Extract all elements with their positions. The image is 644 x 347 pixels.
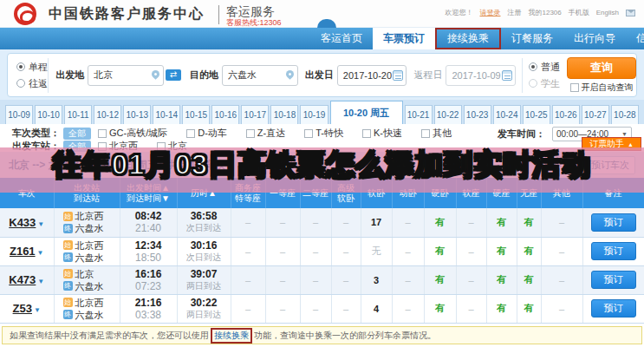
top-link[interactable]: 手机版 [569, 8, 589, 17]
calendar-icon[interactable] [393, 70, 403, 81]
top-link[interactable]: 请登录 [480, 8, 501, 17]
seat-availability-cell: – [300, 208, 331, 237]
date-tab[interactable]: 10-23 [464, 105, 491, 124]
seat-availability-cell: – [331, 294, 361, 323]
book-button[interactable]: 预订 [591, 242, 636, 260]
transfer-notice-bar: 如果查询结果中没有满足需求的车次，您还可以使用接续换乘功能，查询途中换乘一次的部… [2, 326, 642, 344]
depart-date-input[interactable] [343, 70, 393, 81]
top-link[interactable]: 欢迎您！ [446, 8, 473, 17]
seat-availability-cell: – [300, 265, 331, 294]
return-date-input[interactable] [452, 70, 501, 81]
train-type-all-chip[interactable]: 全部 [63, 128, 91, 140]
seat-availability-cell: – [300, 294, 331, 323]
nav-tab-客运首页[interactable]: 客运首页 [310, 28, 373, 49]
date-tab[interactable]: 10-26 [552, 105, 580, 124]
train-row-Z53: Z53▼始北京西终六盘水21:1603:3830:22两日到达––––4–有–有… [0, 294, 644, 323]
filter-checkbox-Z-直达[interactable]: Z-直达 [246, 127, 285, 140]
date-tab[interactable]: 10-18 [270, 105, 298, 124]
filter-checkbox-D-动车[interactable]: D-动车 [186, 127, 227, 140]
expand-caret-icon[interactable]: ▼ [37, 249, 44, 257]
radio-one-way[interactable]: 单程 [16, 61, 48, 74]
station-name: 北京 [75, 268, 94, 280]
top-links: 欢迎您！请登录注册我的12306手机版English [446, 8, 636, 17]
date-tab[interactable]: 10-13 [123, 105, 151, 124]
date-tab[interactable]: 10-12 [94, 105, 121, 124]
date-tab[interactable]: 10-21 [405, 105, 433, 124]
date-tab[interactable]: 10-22 [434, 105, 462, 124]
date-tab[interactable]: 10-09 [5, 105, 33, 124]
date-tab[interactable]: 10-25 [523, 105, 550, 124]
from-input[interactable] [94, 70, 149, 81]
arrival-day-note: 次日到达 [186, 252, 221, 264]
radio-round-trip[interactable]: 往返 [16, 77, 48, 90]
expand-caret-icon[interactable]: ▼ [37, 220, 44, 228]
mail-icon[interactable] [626, 10, 635, 16]
date-tab[interactable]: 10-17 [241, 105, 269, 124]
seat-availability-cell: – [541, 237, 582, 265]
date-tab[interactable]: 10-16 [211, 105, 239, 124]
filter-checkbox-T-特快[interactable]: T-特快 [304, 127, 343, 140]
date-tab[interactable]: 10-20 周五 [330, 101, 403, 124]
top-link[interactable]: 我的12306 [529, 8, 562, 17]
train-number-link[interactable]: Z161 [10, 245, 36, 258]
train-number-link[interactable]: Z53 [13, 302, 32, 315]
brand-divider [218, 5, 219, 24]
expand-caret-icon[interactable]: ▼ [34, 306, 41, 314]
train-row-Z161: Z161▼始北京西终六盘水12:3418:5030:16次日到达––––无–有–… [0, 237, 644, 265]
top-link[interactable]: 注册 [508, 8, 522, 17]
nav-tab-车票预订[interactable]: 车票预订 [373, 28, 435, 49]
filter-checkbox-GC-高铁/城际[interactable]: GC-高铁/城际 [98, 127, 167, 140]
book-button[interactable]: 预订 [591, 299, 636, 318]
date-tab[interactable]: 10-14 [153, 105, 180, 124]
date-tab[interactable]: 10-27 [582, 105, 609, 124]
query-button[interactable]: 查询 [567, 57, 636, 79]
seat-availability-cell: – [541, 294, 582, 323]
seat-availability-cell: 有 [517, 208, 541, 237]
nav-tab-订餐服务[interactable]: 订餐服务 [501, 28, 563, 49]
radio-normal[interactable]: 普通 [529, 61, 560, 74]
nav-tab-接续换乘[interactable]: 接续换乘 [435, 28, 501, 49]
seat-availability-cell: 有 [486, 208, 517, 237]
seat-availability-cell: 有 [517, 265, 541, 294]
end-station-badge: 终 [63, 224, 73, 233]
transfer-link[interactable]: 接续换乘 [211, 328, 252, 344]
seat-availability-cell: 有 [486, 237, 517, 265]
nav-tab-出行向导[interactable]: 出行向导 [563, 28, 626, 49]
query-column: 查询 开启自动查询 [567, 57, 636, 94]
top-link[interactable]: English [596, 9, 619, 16]
search-panel: 单程 往返 出发地 ⇄ 目的地 出发日 返程日 [0, 49, 644, 100]
train-number-link[interactable]: K433 [9, 216, 36, 229]
expand-caret-icon[interactable]: ▼ [37, 278, 44, 285]
train-number-link[interactable]: K473 [9, 273, 36, 286]
railway-booking-page: 中国铁路客户服务中心 客运服务 客服热线:12306 欢迎您！请登录注册我的12… [0, 0, 644, 347]
auto-query-option[interactable]: 开启自动查询 [570, 82, 634, 94]
nav-tab-信息服务[interactable]: 信息服务 [626, 28, 644, 49]
book-button[interactable]: 预订 [591, 271, 636, 289]
station-name: 北京西 [75, 210, 104, 222]
notice-suffix: 功能，查询途中换乘一次的部分列车余票情况。 [254, 330, 436, 342]
seat-availability-cell: – [392, 208, 424, 237]
date-tab[interactable]: 10-15 [182, 105, 210, 124]
seat-availability-cell: – [392, 237, 424, 265]
normal-label: 普通 [541, 61, 560, 74]
filter-checkbox-K-快速[interactable]: K-快速 [362, 127, 402, 140]
radio-student[interactable]: 学生 [529, 77, 560, 90]
seat-availability-cell: 17 [361, 208, 392, 237]
date-tab[interactable]: 10-19 [300, 105, 328, 124]
arrive-time: 18:50 [135, 252, 161, 264]
swap-stations-icon[interactable]: ⇄ [166, 69, 181, 81]
calendar-icon [502, 70, 512, 81]
checkbox-icon [98, 129, 107, 138]
date-tab[interactable]: 10-28 [611, 105, 639, 124]
date-tab[interactable]: 10-10 [35, 105, 62, 124]
depart-date-wrap [337, 65, 407, 86]
date-tab[interactable]: 10-24 [493, 105, 521, 124]
date-tab[interactable]: 10-11 [64, 105, 92, 124]
to-input[interactable] [228, 70, 283, 81]
filter-checkbox-其他[interactable]: 其他 [421, 127, 452, 140]
caption-overlay-banner: 往年01月03日高铁票怎么添加到实时活动 [0, 147, 644, 193]
book-button[interactable]: 预订 [591, 213, 636, 232]
seat-availability-cell: – [265, 208, 300, 237]
radio-disabled-icon [529, 79, 537, 88]
student-label: 学生 [541, 77, 560, 90]
